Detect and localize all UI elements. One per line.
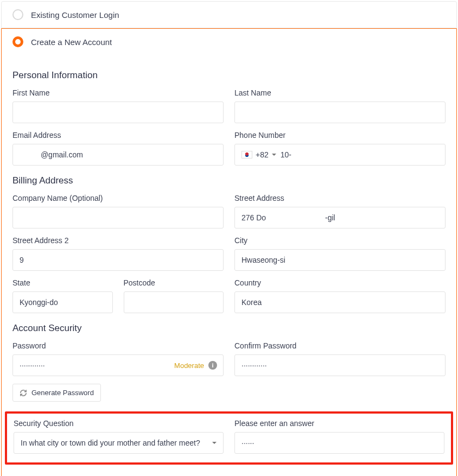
security-question-highlight: Security Question In what city or town d… xyxy=(5,411,453,465)
radio-existing[interactable] xyxy=(12,9,23,20)
email-label: Email Address xyxy=(12,131,224,139)
security-answer-field[interactable] xyxy=(234,432,444,454)
info-icon[interactable]: i xyxy=(208,361,217,370)
section-security-title: Account Security xyxy=(12,323,446,334)
section-personal-title: Personal Information xyxy=(12,70,446,81)
phone-country-selector[interactable]: +82 xyxy=(235,144,281,165)
last-name-label: Last Name xyxy=(234,88,446,97)
security-answer-label: Please enter an answer xyxy=(234,419,444,428)
city-label: City xyxy=(234,236,446,245)
existing-login-panel[interactable]: Existing Customer Login xyxy=(1,1,457,28)
street2-label: Street Address 2 xyxy=(12,236,224,245)
phone-code: +82 xyxy=(256,150,269,159)
street1-field[interactable] xyxy=(234,207,446,229)
section-billing-title: Billing Address xyxy=(12,175,446,186)
security-question-value: In what city or town did your mother and… xyxy=(21,439,200,447)
first-name-label: First Name xyxy=(12,88,224,97)
country-label: Country xyxy=(234,278,446,287)
state-field[interactable] xyxy=(12,291,113,313)
chevron-down-icon xyxy=(272,154,276,156)
create-account-header[interactable]: Create a New Account xyxy=(2,29,456,55)
city-field[interactable] xyxy=(234,249,446,271)
refresh-icon xyxy=(20,389,27,397)
postcode-label: Postcode xyxy=(124,278,224,287)
create-account-label: Create a New Account xyxy=(31,37,112,47)
postcode-field[interactable] xyxy=(124,291,224,313)
flag-korea-icon xyxy=(241,151,252,158)
company-field[interactable] xyxy=(12,207,224,229)
security-question-label: Security Question xyxy=(14,419,224,428)
first-name-field[interactable] xyxy=(12,101,224,123)
phone-field[interactable] xyxy=(281,144,445,165)
phone-field-wrap: +82 xyxy=(234,144,446,166)
email-field[interactable] xyxy=(12,144,224,166)
street1-label: Street Address xyxy=(234,194,446,202)
confirm-password-field[interactable] xyxy=(234,354,446,376)
chevron-down-icon xyxy=(212,442,217,444)
company-label: Company Name (Optional) xyxy=(12,194,224,202)
radio-create[interactable] xyxy=(12,36,23,47)
state-label: State xyxy=(12,278,113,287)
password-strength: Moderate xyxy=(174,361,204,370)
country-field[interactable] xyxy=(234,291,446,313)
phone-label: Phone Number xyxy=(234,131,446,139)
generate-password-label: Generate Password xyxy=(31,389,94,397)
security-question-select[interactable]: In what city or town did your mother and… xyxy=(14,432,224,454)
generate-password-button[interactable]: Generate Password xyxy=(12,384,101,402)
create-account-panel: Create a New Account Personal Informatio… xyxy=(1,28,457,476)
confirm-password-label: Confirm Password xyxy=(234,341,446,350)
street2-field[interactable] xyxy=(12,249,224,271)
last-name-field[interactable] xyxy=(234,101,446,123)
existing-login-label: Existing Customer Login xyxy=(31,10,119,20)
password-label: Password xyxy=(12,341,224,350)
